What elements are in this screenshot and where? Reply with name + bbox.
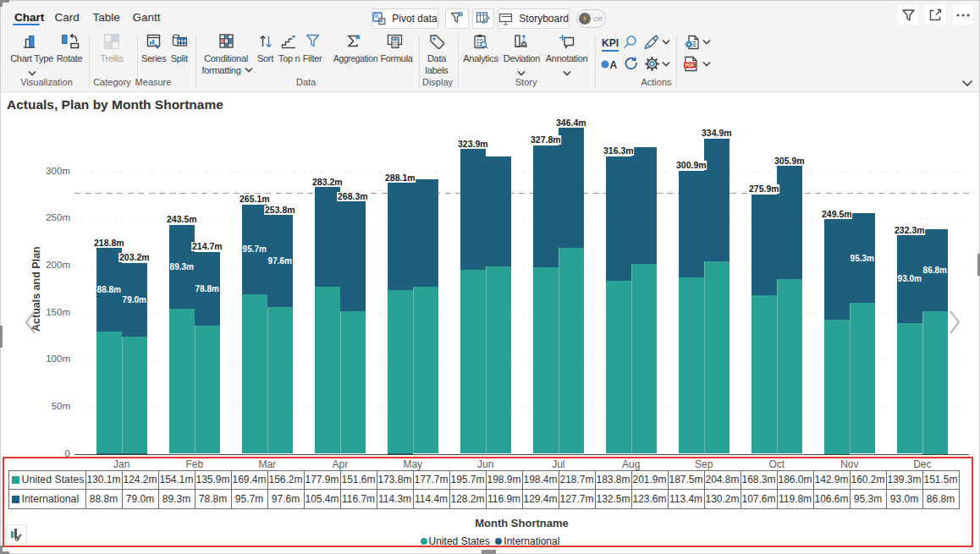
svg-text:A: A: [610, 59, 618, 71]
svg-text:Off: Off: [593, 15, 603, 23]
svg-text:PDF: PDF: [685, 63, 696, 68]
